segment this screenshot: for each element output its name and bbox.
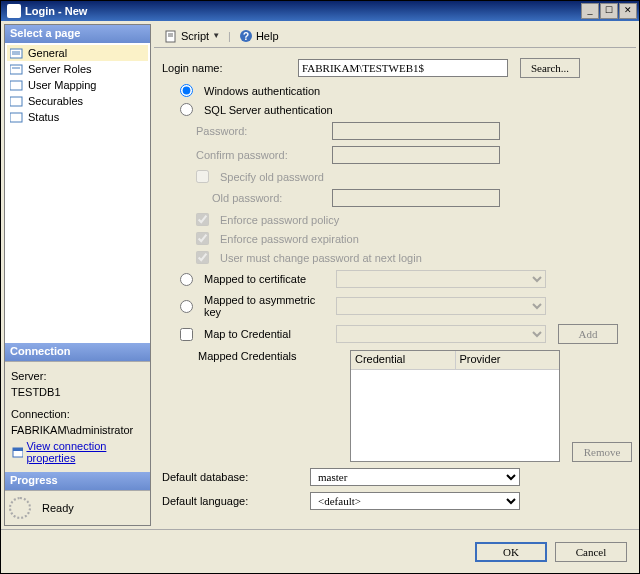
- connection-box: Server: TESTDB1 Connection: FABRIKAM\adm…: [5, 361, 150, 472]
- ok-button[interactable]: OK: [475, 542, 547, 562]
- link-text: View connection properties: [26, 440, 144, 464]
- progress-box: Ready: [5, 490, 150, 525]
- conn-value: FABRIKAM\administrator: [11, 424, 144, 436]
- script-icon: [164, 29, 178, 43]
- svg-rect-7: [10, 113, 22, 122]
- toolbar: Script ▼ | ? Help: [154, 24, 636, 48]
- server-value: TESTDB1: [11, 386, 144, 398]
- mapped-cert-select: [336, 270, 546, 288]
- enforce-policy-checkbox: [196, 213, 209, 226]
- add-button: Add: [558, 324, 618, 344]
- help-button[interactable]: ? Help: [235, 27, 283, 45]
- minimize-button[interactable]: _: [581, 3, 599, 19]
- confirm-password-input: [332, 146, 500, 164]
- confirm-password-label: Confirm password:: [196, 149, 326, 161]
- server-label: Server:: [11, 370, 144, 382]
- mapped-asym-select: [336, 297, 546, 315]
- page-icon: [10, 63, 24, 75]
- svg-rect-6: [10, 97, 22, 106]
- page-icon: [10, 111, 24, 123]
- mapped-asym-radio[interactable]: [180, 300, 193, 313]
- default-lang-select[interactable]: <default>: [310, 492, 520, 510]
- map-cred-select: [336, 325, 546, 343]
- page-label: Server Roles: [28, 63, 92, 75]
- page-item-securables[interactable]: Securables: [7, 93, 148, 109]
- script-button[interactable]: Script ▼: [160, 27, 224, 45]
- page-item-status[interactable]: Status: [7, 109, 148, 125]
- col-provider: Provider: [456, 351, 560, 369]
- svg-rect-9: [13, 448, 23, 451]
- windows-auth-label: Windows authentication: [204, 85, 320, 97]
- page-label: User Mapping: [28, 79, 96, 91]
- progress-header: Progress: [5, 472, 150, 490]
- windows-auth-radio[interactable]: [180, 84, 193, 97]
- maximize-button[interactable]: ☐: [600, 3, 618, 19]
- sql-auth-label: SQL Server authentication: [204, 104, 333, 116]
- chevron-down-icon: ▼: [212, 31, 220, 40]
- col-credential: Credential: [351, 351, 456, 369]
- page-item-general[interactable]: General: [7, 45, 148, 61]
- window-title: Login - New: [25, 5, 581, 17]
- progress-status: Ready: [42, 502, 74, 514]
- svg-rect-5: [10, 81, 22, 90]
- map-cred-checkbox[interactable]: [180, 328, 193, 341]
- must-change-label: User must change password at next login: [220, 252, 422, 264]
- close-button[interactable]: ✕: [619, 3, 637, 19]
- spinner-icon: [9, 497, 31, 519]
- properties-icon: [11, 445, 23, 459]
- help-icon: ?: [239, 29, 253, 43]
- specify-old-label: Specify old password: [220, 171, 324, 183]
- dialog-buttons: OK Cancel: [1, 529, 639, 573]
- login-name-label: Login name:: [162, 62, 292, 74]
- sql-auth-radio[interactable]: [180, 103, 193, 116]
- page-icon: [10, 47, 24, 59]
- page-label: Securables: [28, 95, 83, 107]
- form-content: Login name: Search... Windows authentica…: [154, 48, 636, 526]
- password-input: [332, 122, 500, 140]
- left-pane: Select a page General Server Roles User …: [4, 24, 151, 526]
- titlebar: Login - New _ ☐ ✕: [1, 1, 639, 21]
- conn-label: Connection:: [11, 408, 144, 420]
- credentials-table: Credential Provider: [350, 350, 560, 462]
- search-button[interactable]: Search...: [520, 58, 580, 78]
- right-pane: Script ▼ | ? Help Login name: Search...: [154, 24, 636, 526]
- old-password-label: Old password:: [212, 192, 326, 204]
- enforce-expire-label: Enforce password expiration: [220, 233, 359, 245]
- specify-old-checkbox: [196, 170, 209, 183]
- default-db-label: Default database:: [162, 471, 304, 483]
- script-label: Script: [181, 30, 209, 42]
- default-lang-label: Default language:: [162, 495, 304, 507]
- page-item-server-roles[interactable]: Server Roles: [7, 61, 148, 77]
- connection-header: Connection: [5, 343, 150, 361]
- old-password-input: [332, 189, 500, 207]
- remove-button: Remove: [572, 442, 632, 462]
- svg-rect-3: [10, 65, 22, 74]
- page-icon: [10, 79, 24, 91]
- cancel-button[interactable]: Cancel: [555, 542, 627, 562]
- page-list: General Server Roles User Mapping Secura…: [5, 43, 150, 343]
- enforce-expire-checkbox: [196, 232, 209, 245]
- mapped-asym-label: Mapped to asymmetric key: [204, 294, 330, 318]
- window-icon: [7, 4, 21, 18]
- page-label: General: [28, 47, 67, 59]
- default-db-select[interactable]: master: [310, 468, 520, 486]
- mapped-cert-label: Mapped to certificate: [204, 273, 330, 285]
- page-icon: [10, 95, 24, 107]
- view-connection-link[interactable]: View connection properties: [11, 440, 144, 464]
- password-label: Password:: [196, 125, 326, 137]
- svg-text:?: ?: [243, 31, 249, 42]
- help-label: Help: [256, 30, 279, 42]
- enforce-policy-label: Enforce password policy: [220, 214, 339, 226]
- page-item-user-mapping[interactable]: User Mapping: [7, 77, 148, 93]
- pages-header: Select a page: [5, 25, 150, 43]
- mapped-creds-label: Mapped Credentials: [198, 350, 344, 362]
- map-cred-label: Map to Credential: [204, 328, 330, 340]
- login-name-input[interactable]: [298, 59, 508, 77]
- mapped-cert-radio[interactable]: [180, 273, 193, 286]
- page-label: Status: [28, 111, 59, 123]
- must-change-checkbox: [196, 251, 209, 264]
